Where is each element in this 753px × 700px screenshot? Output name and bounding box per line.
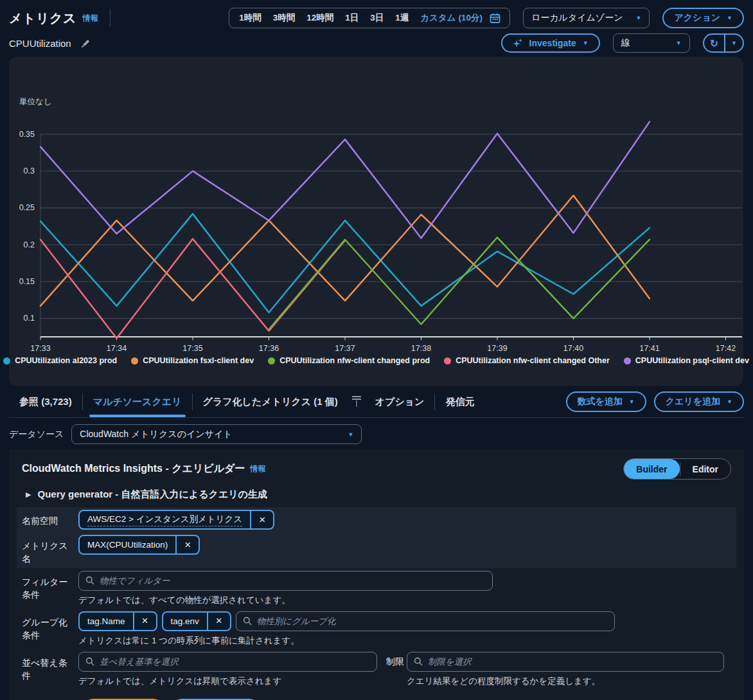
tab-graphed-metrics[interactable]: グラフ化したメトリクス (1 個) (193, 391, 348, 417)
datasource-row: データソース CloudWatch メトリクスのインサイト ▼ (9, 424, 744, 444)
svg-text:17:41: 17:41 (639, 344, 659, 353)
filter-row: フィルター条件 デフォルトでは、すべての物性が選択されています。 (17, 568, 736, 609)
legend-label: CPUUtilization psql-client dev (635, 356, 749, 365)
legend-item[interactable]: CPUUtilization nfw-client changed Other (444, 356, 610, 365)
svg-text:17:33: 17:33 (30, 344, 50, 353)
legend-item[interactable]: CPUUtilization fsxl-client dev (131, 356, 254, 365)
search-icon (243, 616, 252, 625)
metric-name-row: メトリクス名 MAX(CPUUtilization) × (17, 532, 736, 568)
legend-swatch-icon (131, 357, 138, 364)
investigate-button[interactable]: Investigate ▼ (501, 33, 600, 53)
legend-item[interactable]: CPUUtilization psql-client dev (624, 356, 749, 365)
panel-resize-handle-icon[interactable] (352, 395, 361, 407)
group-token-label[interactable]: tag.env (163, 613, 207, 630)
chevron-down-icon: ▼ (727, 15, 732, 21)
mode-editor[interactable]: Editor (680, 459, 731, 479)
chevron-down-icon: ▼ (676, 40, 682, 46)
tab-source[interactable]: 発信元 (435, 391, 484, 417)
limit-helper-text: クエリ結果をどの程度制限するかを定義します。 (407, 676, 724, 687)
time-range-group: 1時間 3時間 12時間 1日 3日 1週 カスタム (10分) (229, 8, 510, 28)
tab-multi-source-query[interactable]: マルチソースクエリ (83, 391, 192, 417)
group-by-input[interactable] (257, 616, 608, 626)
query-generator-label: Query generator - 自然言語入力によるクエリの生成 (37, 489, 267, 501)
svg-text:17:38: 17:38 (411, 344, 431, 353)
metrics-tabbar: 参照 (3,723) マルチソースクエリ グラフ化したメトリクス (1 個) オ… (9, 391, 744, 418)
filter-helper-text: デフォルトでは、すべての物性が選択されています。 (78, 595, 493, 606)
namespace-token-label[interactable]: AWS/EC2 > インスタンス別メトリクス (80, 511, 250, 528)
svg-text:17:40: 17:40 (563, 344, 583, 353)
namespace-token: AWS/EC2 > インスタンス別メトリクス × (78, 510, 274, 530)
refresh-options-chevron-icon[interactable]: ▼ (725, 35, 743, 51)
namespace-token-close-icon[interactable]: × (251, 511, 273, 528)
time-range-12h[interactable]: 12時間 (301, 12, 339, 24)
chart-panel: 単位なし 0.10.150.20.250.30.3517:3317:3417:3… (9, 57, 743, 386)
timezone-select[interactable]: ローカルタイムゾーン ▼ (523, 8, 650, 28)
metrics-info-link[interactable]: 情報 (83, 13, 98, 24)
chart-type-select[interactable]: 線 ▼ (613, 33, 690, 53)
time-range-3h[interactable]: 3時間 (267, 12, 301, 24)
chevron-down-icon: ▼ (583, 40, 589, 46)
order-by-input[interactable] (100, 657, 370, 667)
group-token-tag-name: tag.Name × (78, 611, 157, 631)
add-query-button[interactable]: クエリを追加 ▼ (654, 391, 744, 412)
limit-input-wrap (407, 652, 724, 672)
add-math-label: 数式を追加 (578, 396, 623, 408)
chevron-down-icon: ▼ (348, 431, 353, 438)
metric-token-label[interactable]: MAX(CPUUtilization) (80, 536, 175, 553)
filter-input[interactable] (100, 576, 486, 586)
metric-token-close-icon[interactable]: × (177, 536, 199, 553)
investigate-label: Investigate (529, 38, 576, 48)
time-range-1h[interactable]: 1時間 (233, 12, 267, 24)
group-token-label[interactable]: tag.Name (80, 613, 133, 630)
graph-header: CPUUtilization Investigate ▼ 線 ▼ ↻ ▼ (0, 30, 753, 54)
time-range-1d[interactable]: 1日 (339, 12, 364, 24)
order-input-wrap (78, 652, 377, 672)
group-input-wrap (236, 611, 615, 631)
svg-text:17:39: 17:39 (487, 344, 507, 353)
svg-text:0.25: 0.25 (19, 203, 35, 212)
svg-text:0.3: 0.3 (24, 166, 35, 175)
mode-builder[interactable]: Builder (624, 459, 679, 479)
chart-svg[interactable]: 0.10.150.20.250.30.3517:3317:3417:3517:3… (9, 57, 743, 355)
legend-label: CPUUtilization fsxl-client dev (143, 356, 254, 365)
builder-editor-toggle: Builder Editor (623, 458, 731, 480)
chevron-down-icon: ▼ (629, 399, 635, 405)
svg-text:0.1: 0.1 (24, 314, 35, 323)
order-by-label: 並べ替え条件 (17, 652, 78, 683)
time-range-1w[interactable]: 1週 (389, 12, 414, 24)
group-by-label: グループ化条件 (17, 611, 78, 642)
query-generator-expander[interactable]: ▶ Query generator - 自然言語入力によるクエリの生成 (26, 489, 731, 501)
order-limit-row: 並べ替え条件 デフォルトでは、メトリクスは昇順で表示されます 制限 クエリ結果を… (17, 649, 736, 690)
calendar-icon[interactable] (490, 13, 501, 24)
actions-label: アクション (674, 12, 720, 24)
time-range-custom[interactable]: カスタム (10分) (414, 12, 488, 24)
svg-text:17:34: 17:34 (107, 344, 127, 353)
legend-item[interactable]: CPUUtilization nfw-client changed prod (268, 356, 430, 365)
top-header: メトリクス 情報 1時間 3時間 12時間 1日 3日 1週 カスタム (10分… (0, 0, 753, 30)
metric-token: MAX(CPUUtilization) × (78, 535, 200, 555)
datasource-select[interactable]: CloudWatch メトリクスのインサイト ▼ (71, 424, 362, 444)
actions-button[interactable]: アクション ▼ (662, 8, 744, 28)
refresh-icon[interactable]: ↻ (704, 35, 724, 51)
tab-options[interactable]: オプション (365, 391, 435, 417)
legend-swatch-icon (268, 357, 275, 364)
group-token-close-icon[interactable]: × (134, 613, 156, 630)
add-query-label: クエリを追加 (666, 396, 720, 408)
page-title: メトリクス (9, 10, 76, 27)
chevron-down-icon: ▼ (636, 15, 642, 21)
legend-swatch-icon (444, 357, 451, 364)
limit-input[interactable] (428, 657, 717, 667)
tab-browse[interactable]: 参照 (3,723) (9, 391, 82, 417)
namespace-label: 名前空間 (17, 510, 78, 527)
group-by-row: グループ化条件 tag.Name × tag.env × (17, 609, 736, 649)
sparkle-icon (513, 38, 523, 48)
group-token-close-icon[interactable]: × (208, 613, 230, 630)
add-math-button[interactable]: 数式を追加 ▼ (566, 391, 646, 412)
chart-legend: CPUUtilization al2023 prodCPUUtilization… (9, 356, 743, 365)
graph-title: CPUUtilization (9, 38, 71, 49)
builder-info-link[interactable]: 情報 (250, 463, 265, 474)
edit-pencil-icon[interactable] (82, 39, 91, 48)
legend-item[interactable]: CPUUtilization al2023 prod (3, 356, 117, 365)
time-range-3d[interactable]: 3日 (364, 12, 389, 24)
namespace-row: 名前空間 AWS/EC2 > インスタンス別メトリクス × (17, 507, 736, 532)
